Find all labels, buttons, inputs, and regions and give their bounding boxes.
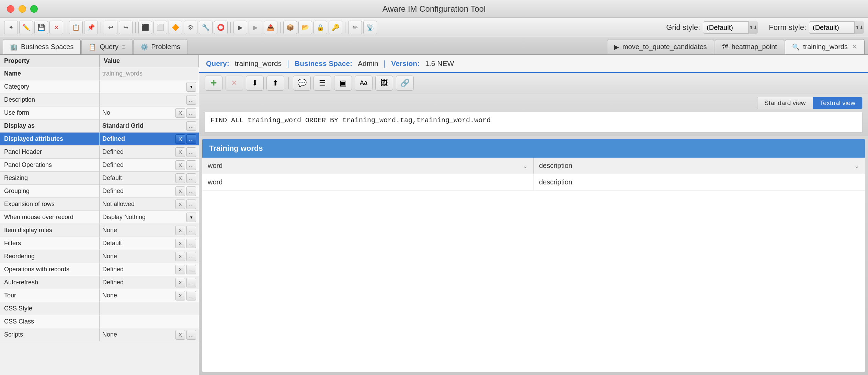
rt-font-btn[interactable]: Aa <box>355 76 373 91</box>
toolbar-separator-5 <box>280 22 281 33</box>
rt-remove-btn[interactable]: ✕ <box>225 76 243 91</box>
business-spaces-icon: 🏢 <box>10 43 18 51</box>
prop-row-operations-records: Operations with records Defined X … <box>0 263 199 276</box>
prop-row-displayed-attributes[interactable]: Displayed attributes Defined X … <box>0 133 199 146</box>
use-form-dots-btn[interactable]: … <box>186 108 196 118</box>
toolbar-btn-22[interactable]: ✏ <box>348 21 362 34</box>
maximize-button[interactable] <box>30 5 38 13</box>
value-col-header: Value <box>100 55 199 67</box>
item-display-dots-btn[interactable]: … <box>186 226 196 235</box>
rt-link-btn[interactable]: 🔗 <box>396 76 414 91</box>
toolbar-btn-6[interactable]: 📌 <box>84 21 98 34</box>
panel-operations-x-btn[interactable]: X <box>175 160 185 170</box>
rt-add-btn[interactable]: ✚ <box>205 76 222 91</box>
results-col-description[interactable]: description ⌄ <box>534 158 865 174</box>
form-style-select[interactable]: (Default) <box>809 21 864 34</box>
operations-records-dots-btn[interactable]: … <box>186 265 196 274</box>
toolbar-btn-9[interactable]: ⬛ <box>138 21 152 34</box>
query-label: Query: <box>206 59 229 68</box>
use-form-x-btn[interactable]: X <box>175 108 185 118</box>
tab-business-spaces[interactable]: 🏢 Business Spaces <box>3 39 81 54</box>
close-button[interactable] <box>7 5 14 13</box>
reordering-x-btn[interactable]: X <box>175 252 185 261</box>
toolbar-btn-21[interactable]: 🔑 <box>329 21 342 34</box>
property-col-header: Property <box>0 55 100 67</box>
tab-training-words-close[interactable]: ✕ <box>851 44 857 50</box>
category-dropdown[interactable]: ▾ <box>186 82 196 92</box>
prop-row-tour: Tour None X … <box>0 289 199 302</box>
displayed-attributes-x-btn[interactable]: X <box>175 134 185 144</box>
panel-header-x-btn[interactable]: X <box>175 147 185 157</box>
toolbar-btn-2[interactable]: ✏️ <box>19 21 33 34</box>
auto-refresh-x-btn[interactable]: X <box>175 278 185 287</box>
prop-value-scripts: None <box>102 331 174 338</box>
toolbar-btn-10[interactable]: ⬜ <box>153 21 167 34</box>
reordering-dots-btn[interactable]: … <box>186 252 196 261</box>
rt-list-btn[interactable]: ☰ <box>313 76 331 91</box>
prop-value-cell-tour: None X … <box>100 289 199 302</box>
rt-up-btn[interactable]: ⬆ <box>266 76 284 91</box>
prop-name-name: Name <box>0 67 100 80</box>
prop-name-reordering: Reordering <box>0 250 100 263</box>
toolbar-btn-7[interactable]: ↩ <box>104 21 117 34</box>
results-col-word[interactable]: word ⌄ <box>202 158 534 174</box>
tour-dots-btn[interactable]: … <box>186 291 196 300</box>
standard-view-btn[interactable]: Standard view <box>757 97 813 109</box>
rt-frame-btn[interactable]: 🖼 <box>375 76 393 91</box>
tab-heatmap-point[interactable]: 🗺 heatmap_point <box>715 39 784 54</box>
toolbar-btn-13[interactable]: 🔧 <box>199 21 213 34</box>
toolbar-btn-12[interactable]: ⚙ <box>184 21 197 34</box>
scripts-x-btn[interactable]: X <box>175 330 185 340</box>
toolbar-btn-19[interactable]: 📂 <box>298 21 312 34</box>
tab-move-to-quote[interactable]: ▶ move_to_quote_candidates <box>607 39 714 54</box>
rt-square-btn[interactable]: ▣ <box>334 76 352 91</box>
toolbar-btn-8[interactable]: ↪ <box>119 21 133 34</box>
panel-operations-dots-btn[interactable]: … <box>186 160 196 170</box>
tab-training-words[interactable]: 🔍 training_words ✕ <box>785 39 865 54</box>
rt-comment-btn[interactable]: 💬 <box>293 76 311 91</box>
description-dots-btn[interactable]: … <box>186 95 196 105</box>
tab-problems[interactable]: ⚙️ Problems <box>133 39 187 54</box>
prop-name-item-display-rules: Item display rules <box>0 224 100 237</box>
toolbar-btn-18[interactable]: 📦 <box>283 21 297 34</box>
prop-value-cell-panel-header: Defined X … <box>100 146 199 158</box>
textual-view-btn[interactable]: Textual view <box>813 97 863 109</box>
expansion-dots-btn[interactable]: … <box>186 200 196 209</box>
toolbar-btn-1[interactable]: ✦ <box>4 21 18 34</box>
item-display-x-btn[interactable]: X <box>175 226 185 235</box>
operations-records-x-btn[interactable]: X <box>175 265 185 274</box>
panel-header-dots-btn[interactable]: … <box>186 147 196 157</box>
toolbar-btn-4[interactable]: ✕ <box>49 21 63 34</box>
rt-down-btn[interactable]: ⬇ <box>246 76 264 91</box>
toolbar-btn-15[interactable]: ▶ <box>233 21 247 34</box>
grouping-x-btn[interactable]: X <box>175 186 185 196</box>
toolbar-btn-23[interactable]: 📡 <box>363 21 377 34</box>
mouse-over-dropdown[interactable]: ▾ <box>186 213 196 222</box>
grid-style-select[interactable]: (Default) <box>703 21 758 34</box>
toolbar-btn-3[interactable]: 💾 <box>34 21 48 34</box>
resizing-x-btn[interactable]: X <box>175 173 185 183</box>
prop-name-panel-operations: Panel Operations <box>0 159 100 171</box>
prop-row-expansion: Expansion of rows Not allowed X … <box>0 198 199 211</box>
auto-refresh-dots-btn[interactable]: … <box>186 278 196 287</box>
prop-name-css-style: CSS Style <box>0 302 100 315</box>
displayed-attributes-dots-btn[interactable]: … <box>186 134 196 144</box>
toolbar-btn-11[interactable]: 🔶 <box>169 21 182 34</box>
tab-query[interactable]: 📋 Query □ <box>81 39 132 54</box>
toolbar-btn-20[interactable]: 🔒 <box>313 21 327 34</box>
toolbar-btn-5[interactable]: 📋 <box>69 21 83 34</box>
display-as-dots-btn[interactable]: … <box>186 121 196 131</box>
tour-x-btn[interactable]: X <box>175 291 185 300</box>
toolbar-btn-17[interactable]: 📤 <box>264 21 277 34</box>
query-text-area[interactable]: FIND ALL training_word ORDER BY training… <box>205 112 863 133</box>
grouping-dots-btn[interactable]: … <box>186 186 196 196</box>
minimize-button[interactable] <box>19 5 26 13</box>
toolbar-btn-16[interactable]: ▶ <box>249 21 262 34</box>
resizing-dots-btn[interactable]: … <box>186 173 196 183</box>
scripts-dots-btn[interactable]: … <box>186 330 196 340</box>
grid-style-area: Grid style: (Default) ⬆⬇ Form style: (De… <box>666 21 864 34</box>
filters-x-btn[interactable]: X <box>175 239 185 248</box>
expansion-x-btn[interactable]: X <box>175 200 185 209</box>
toolbar-btn-14[interactable]: ⭕ <box>214 21 228 34</box>
filters-dots-btn[interactable]: … <box>186 239 196 248</box>
